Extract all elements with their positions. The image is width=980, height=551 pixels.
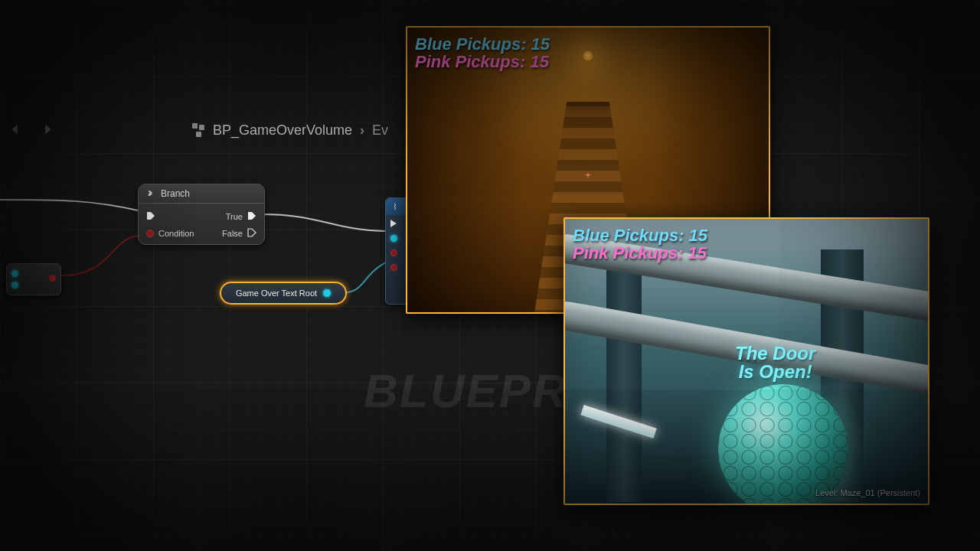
branch-title-text: Branch bbox=[161, 188, 190, 199]
level-label: Level: Maze_01 (Persistent) bbox=[815, 488, 920, 497]
breadcrumb: BP_GameOverVolume › Ev bbox=[191, 122, 388, 139]
nav-back-button[interactable] bbox=[8, 121, 24, 141]
target-pin[interactable] bbox=[390, 235, 397, 242]
function-node-header bbox=[386, 198, 407, 215]
bool-pin[interactable] bbox=[390, 249, 397, 256]
breadcrumb-root[interactable]: BP_GameOverVolume bbox=[213, 122, 352, 139]
hud-blue-value: 15 bbox=[531, 34, 550, 54]
exec-true-pin[interactable] bbox=[247, 211, 256, 222]
branch-node-title: Branch bbox=[139, 184, 264, 204]
condition-label: Condition bbox=[158, 229, 194, 238]
true-label: True bbox=[226, 212, 243, 221]
hud-overlay: Blue Pickups: 15 Pink Pickups: 15 bbox=[415, 35, 550, 70]
variable-node-game-over-text-root[interactable]: Game Over Text Root bbox=[220, 282, 347, 305]
nav-forward-button[interactable] bbox=[38, 121, 55, 141]
door-line2: Is Open! bbox=[735, 363, 815, 381]
branch-icon bbox=[146, 189, 156, 199]
exec-in-pin[interactable] bbox=[146, 211, 155, 222]
pin-output-cyan[interactable] bbox=[11, 282, 18, 289]
branch-node[interactable]: Branch True Condition False bbox=[138, 184, 265, 245]
variable-output-pin[interactable] bbox=[323, 289, 331, 297]
blueprint-icon bbox=[191, 124, 205, 138]
breadcrumb-tail[interactable]: Ev bbox=[372, 122, 388, 139]
condition-pin[interactable] bbox=[146, 230, 154, 237]
door-open-text: The Door Is Open! bbox=[735, 344, 815, 381]
door-line1: The Door bbox=[735, 344, 815, 363]
torch-light bbox=[583, 51, 593, 61]
hud-overlay: Blue Pickups: 15 Pink Pickups: 15 bbox=[573, 227, 707, 262]
hud-pink-value: 15 bbox=[530, 52, 548, 71]
crosshair-icon: + bbox=[585, 170, 590, 181]
hud-blue-label: Blue Pickups: bbox=[415, 34, 526, 54]
exec-in-pin[interactable] bbox=[390, 220, 397, 227]
energy-orb bbox=[718, 384, 848, 505]
graph-node-clipped[interactable] bbox=[385, 197, 408, 305]
pillar bbox=[606, 265, 642, 502]
history-nav bbox=[8, 121, 55, 141]
bool-pin[interactable] bbox=[390, 264, 397, 271]
hud-pink-label: Pink Pickups: bbox=[573, 243, 683, 262]
hud-pink-value: 15 bbox=[688, 243, 706, 262]
hud-pink-label: Pink Pickups: bbox=[415, 52, 525, 71]
false-label: False bbox=[222, 229, 243, 238]
game-screenshot-door: The Door Is Open! Blue Pickups: 15 Pink … bbox=[564, 217, 929, 505]
variable-label: Game Over Text Root bbox=[236, 289, 317, 298]
pin-output-red[interactable] bbox=[49, 275, 56, 282]
breadcrumb-separator: › bbox=[360, 122, 364, 139]
exec-false-pin[interactable] bbox=[247, 228, 256, 239]
graph-node-partial[interactable] bbox=[6, 263, 61, 295]
pin-output-cyan[interactable] bbox=[11, 270, 18, 277]
hud-blue-value: 15 bbox=[689, 226, 707, 245]
hud-blue-label: Blue Pickups: bbox=[573, 226, 684, 245]
